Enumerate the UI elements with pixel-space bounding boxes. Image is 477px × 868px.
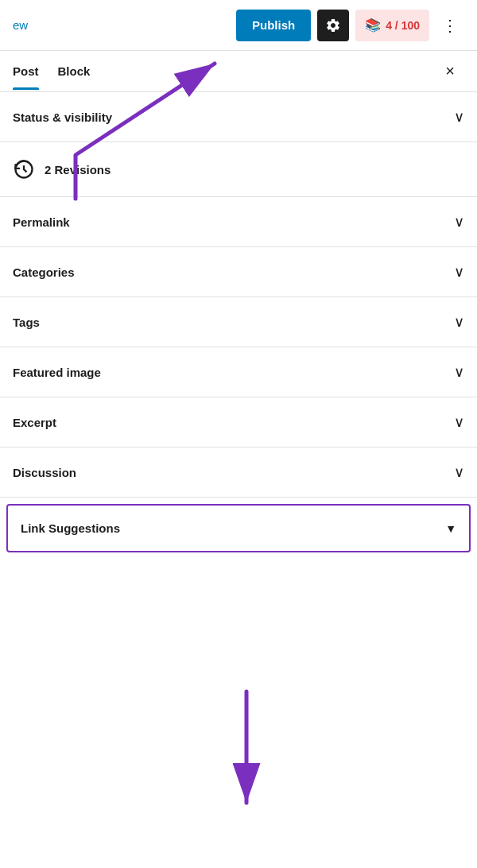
toolbar: ew Publish 📚 4 / 100 ⋮: [0, 0, 477, 51]
chevron-down-icon: ∨: [454, 313, 464, 331]
section-excerpt-title: Excerpt: [13, 416, 56, 429]
section-status-visibility: Status & visibility ∨: [0, 92, 477, 142]
section-permalink-header[interactable]: Permalink ∨: [13, 197, 464, 246]
revisions-label: 2 Revisions: [45, 163, 111, 176]
section-featured-image: Featured image ∨: [0, 347, 477, 397]
section-revisions: 2 Revisions: [0, 142, 477, 197]
gear-icon: [325, 17, 341, 33]
revisions-icon: [13, 158, 35, 180]
tab-block[interactable]: Block: [58, 53, 91, 89]
close-panel-button[interactable]: ×: [436, 57, 464, 86]
section-permalink: Permalink ∨: [0, 197, 477, 247]
more-options-button[interactable]: ⋮: [436, 10, 464, 41]
section-excerpt: Excerpt ∨: [0, 397, 477, 448]
section-tags-header[interactable]: Tags ∨: [13, 297, 464, 347]
preview-link[interactable]: ew: [13, 18, 28, 32]
section-categories: Categories ∨: [0, 247, 477, 297]
section-discussion: Discussion ∨: [0, 448, 477, 498]
chevron-down-icon: ∨: [454, 363, 464, 381]
book-icon: 📚: [365, 17, 381, 33]
chevron-down-icon: ∨: [454, 213, 464, 231]
section-permalink-title: Permalink: [13, 215, 70, 229]
settings-button[interactable]: [317, 10, 349, 41]
section-link-suggestions: Link Suggestions ▼: [6, 504, 471, 552]
section-categories-title: Categories: [13, 265, 75, 279]
tabs-bar: Post Block ×: [0, 51, 477, 92]
chevron-down-icon: ∨: [454, 108, 464, 126]
publish-button[interactable]: Publish: [236, 10, 311, 41]
panel-sections: Status & visibility ∨ 2 Revisions Permal…: [0, 92, 477, 552]
section-link-suggestions-header[interactable]: Link Suggestions ▼: [17, 506, 460, 551]
readability-badge: 📚 4 / 100: [355, 10, 429, 41]
section-discussion-title: Discussion: [13, 466, 76, 479]
tab-post[interactable]: Post: [13, 53, 39, 89]
section-status-visibility-header[interactable]: Status & visibility ∨: [13, 92, 464, 141]
chevron-down-icon: ∨: [454, 463, 464, 481]
section-tags-title: Tags: [13, 316, 40, 329]
section-featured-image-header[interactable]: Featured image ∨: [13, 347, 464, 397]
section-discussion-header[interactable]: Discussion ∨: [13, 448, 464, 497]
chevron-down-icon: ∨: [454, 263, 464, 281]
section-status-visibility-title: Status & visibility: [13, 110, 112, 124]
revisions-row[interactable]: 2 Revisions: [13, 142, 464, 196]
section-tags: Tags ∨: [0, 297, 477, 347]
section-featured-image-title: Featured image: [13, 366, 101, 379]
readability-score: 4 / 100: [386, 19, 420, 32]
section-categories-header[interactable]: Categories ∨: [13, 247, 464, 296]
chevron-down-icon: ∨: [454, 413, 464, 431]
section-excerpt-header[interactable]: Excerpt ∨: [13, 397, 464, 447]
triangle-down-icon: ▼: [445, 522, 456, 535]
section-link-suggestions-title: Link Suggestions: [21, 521, 120, 535]
